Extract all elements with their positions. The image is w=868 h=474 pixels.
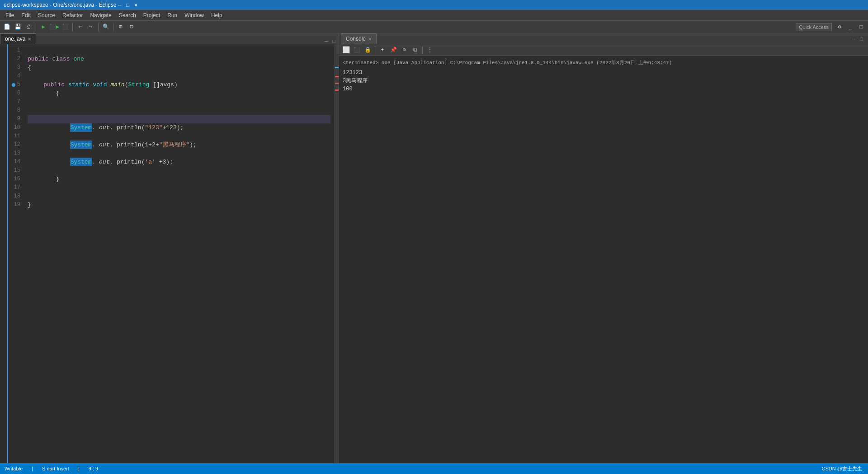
line-num-14: 14 xyxy=(8,158,20,166)
code-line-1 xyxy=(28,46,330,55)
line-num-15: 15 xyxy=(8,166,20,175)
editor-minimize-btn[interactable]: ─ xyxy=(323,38,330,44)
code-editor[interactable]: public class one { public static void xyxy=(24,44,334,463)
kw-void-5: void xyxy=(93,80,110,89)
console-tab[interactable]: Console ✕ xyxy=(341,33,377,44)
code-line-5: public static void main ( String []avgs … xyxy=(28,80,330,89)
menu-bar: File Edit Source Refactor Navigate Searc… xyxy=(0,10,868,21)
editor-tab-bar: one.java ✕ ─ □ xyxy=(0,33,339,44)
println-14: println xyxy=(117,158,142,166)
console-clear-btn[interactable]: ⬜ xyxy=(341,45,351,55)
editor-scrollbar[interactable] xyxy=(334,44,339,463)
param-avgs: []avgs xyxy=(153,80,174,89)
paren-close-10: ) xyxy=(177,123,180,132)
dot-14: . xyxy=(92,158,99,166)
save-button[interactable]: 💾 xyxy=(13,22,23,32)
space-14 xyxy=(156,158,159,166)
dot2-12: . xyxy=(109,141,117,149)
console-sep-2 xyxy=(422,46,423,54)
redo-button[interactable]: ↪ xyxy=(86,22,96,32)
line-num-9: 9 xyxy=(8,115,20,123)
console-maximize-btn[interactable]: □ xyxy=(859,36,864,42)
code-line-18 xyxy=(28,192,330,201)
system-highlight-10: System xyxy=(70,123,92,132)
perspectives-button[interactable]: ⚙ xyxy=(835,22,844,32)
dot-12: . xyxy=(92,141,99,149)
type-string: String xyxy=(128,80,153,89)
scroll-marker-1 xyxy=(335,67,339,68)
method-main: main xyxy=(110,80,124,89)
toolbar-separator-1 xyxy=(36,23,36,31)
menu-source[interactable]: Source xyxy=(34,10,59,20)
paren-close-14: ) xyxy=(166,158,170,166)
plus-10: + xyxy=(163,123,166,132)
console-copy-btn[interactable]: ⧉ xyxy=(410,45,420,55)
line-num-19: 19 xyxy=(8,201,20,209)
editor-tab-onejava[interactable]: one.java ✕ xyxy=(0,33,36,44)
close-window-button[interactable]: ✕ xyxy=(132,2,139,8)
open-view-button[interactable]: ⊟ xyxy=(127,22,137,32)
menu-run[interactable]: Run xyxy=(164,10,181,20)
open-perspective-button[interactable]: ⊞ xyxy=(116,22,126,32)
search-toolbar-button[interactable]: 🔍 xyxy=(101,22,111,32)
line-num-3: 3 xyxy=(8,63,20,72)
code-line-2: public class one xyxy=(28,55,330,63)
menu-navigate[interactable]: Navigate xyxy=(86,10,115,20)
console-line-3: 100 xyxy=(343,85,864,93)
menu-search[interactable]: Search xyxy=(115,10,140,20)
console-minimize-btn[interactable]: ─ xyxy=(851,36,857,42)
close-brace-16: } xyxy=(56,175,59,183)
console-open-btn[interactable]: ⊕ xyxy=(399,45,409,55)
line-numbers: 1 2 3 4 5 6 7 8 9 10 11 12 13 14 15 16 1… xyxy=(8,44,24,463)
minimize-view-button[interactable]: _ xyxy=(845,22,855,32)
status-insert-mode: Smart Insert xyxy=(42,466,69,471)
console-new-btn[interactable]: + xyxy=(377,45,387,55)
line-num-2: 2 xyxy=(8,55,20,63)
code-area: 1 2 3 4 5 6 7 8 9 10 11 12 13 14 15 16 1… xyxy=(0,44,339,463)
menu-project[interactable]: Project xyxy=(140,10,164,20)
editor-maximize-btn[interactable]: □ xyxy=(331,38,337,44)
minimize-button[interactable]: ─ xyxy=(116,2,123,8)
console-stop-btn[interactable]: ⬛ xyxy=(352,45,362,55)
menu-help[interactable]: Help xyxy=(208,10,226,20)
class-name: one xyxy=(73,55,84,63)
code-line-8 xyxy=(28,106,330,115)
code-line-3: { xyxy=(28,63,330,72)
console-tab-close[interactable]: ✕ xyxy=(368,37,372,42)
print-button[interactable]: 🖨 xyxy=(24,22,33,32)
keyword-public: public xyxy=(28,55,52,63)
line-num-4: 4 xyxy=(8,72,20,80)
paren-close-5: ) xyxy=(174,80,178,89)
kw-public-5: public xyxy=(43,80,68,89)
toolbar-separator-2 xyxy=(72,23,73,31)
console-toolbar: ⬜ ⬛ 🔒 + 📌 ⊕ ⧉ ⋮ xyxy=(339,44,868,56)
line-num-11: 11 xyxy=(8,132,20,141)
paren-close-12: ) xyxy=(189,141,193,149)
editor-tab-close[interactable]: ✕ xyxy=(28,37,31,42)
console-pin-btn[interactable]: 📌 xyxy=(388,45,398,55)
status-separator-2: | xyxy=(78,466,80,471)
debug-button[interactable]: ⬛▶ xyxy=(49,22,59,32)
new-button[interactable]: 📄 xyxy=(2,22,12,32)
menu-refactor[interactable]: Refactor xyxy=(59,10,86,20)
undo-button[interactable]: ↩ xyxy=(75,22,85,32)
console-view-menu-btn[interactable]: ⋮ xyxy=(425,45,435,55)
maximize-view-button[interactable]: □ xyxy=(856,22,866,32)
run-button[interactable]: ▶ xyxy=(38,22,48,32)
menu-window[interactable]: Window xyxy=(181,10,208,20)
menu-edit[interactable]: Edit xyxy=(18,10,34,20)
status-position: 9 : 9 xyxy=(89,466,98,471)
paren-open-10: ( xyxy=(142,123,145,132)
maximize-button[interactable]: □ xyxy=(124,2,131,8)
console-line-1: 123123 xyxy=(343,69,864,77)
code-line-7 xyxy=(28,98,330,106)
menu-file[interactable]: File xyxy=(2,10,18,20)
title-bar: eclipse-workspace - One/src/one.java - E… xyxy=(0,0,868,10)
quick-access-input[interactable]: Quick Access xyxy=(796,23,832,31)
console-scroll-lock-btn[interactable]: 🔒 xyxy=(363,45,373,55)
line-num-16: 16 xyxy=(8,175,20,183)
editor-tab-controls: ─ □ xyxy=(323,38,339,44)
println-10: println xyxy=(117,123,142,132)
stop-button[interactable]: ⬛ xyxy=(60,22,70,32)
open-brace: { xyxy=(28,63,31,72)
